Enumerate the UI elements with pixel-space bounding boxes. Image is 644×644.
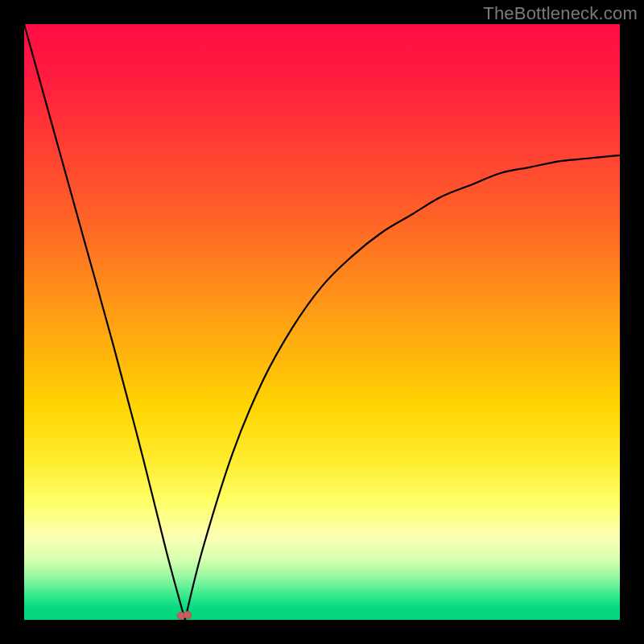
chart-frame: TheBottleneck.com — [0, 0, 644, 644]
bottleneck-curve — [24, 24, 620, 620]
optimal-point-marker — [177, 611, 193, 620]
curve-path — [24, 24, 620, 620]
plot-area — [24, 24, 620, 620]
marker-dot — [184, 611, 192, 619]
watermark-text: TheBottleneck.com — [483, 3, 638, 24]
